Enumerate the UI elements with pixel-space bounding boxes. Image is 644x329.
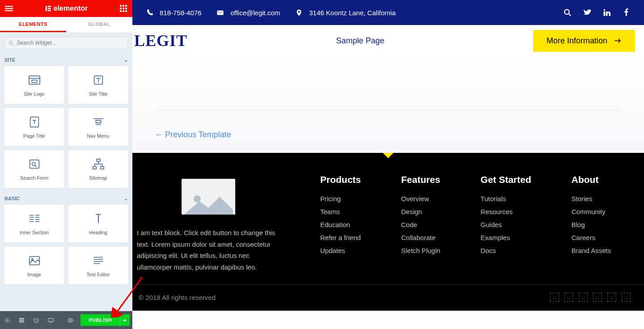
footer-link[interactable]: Careers	[572, 234, 611, 241]
hamburger-icon[interactable]	[4, 3, 14, 14]
footer-column-title: Features	[401, 174, 441, 185]
footer-link[interactable]: Collaborate	[401, 234, 441, 241]
placeholder-icon[interactable]: ⬚	[550, 293, 559, 302]
chevron-down-icon: ⌄	[124, 196, 128, 202]
widget-inner-section[interactable]: Inner Section	[4, 205, 64, 242]
widget-search-form[interactable]: Search Form	[4, 150, 64, 188]
search-icon	[8, 40, 14, 46]
tab-elements[interactable]: ELEMENTS	[0, 17, 66, 32]
panel-header: elementor	[0, 0, 132, 17]
widget-image[interactable]: Image	[4, 247, 64, 284]
map-pin-icon	[295, 9, 303, 17]
twitter-icon[interactable]	[583, 8, 591, 17]
footer-link[interactable]: Docs	[481, 247, 531, 254]
footer-link[interactable]: Brand Assets	[572, 247, 611, 254]
footer-text-block: I am text block. Click edit button to ch…	[137, 227, 280, 273]
widget-label: Heading	[89, 230, 107, 235]
linkedin-icon[interactable]	[603, 8, 611, 17]
content-area: ← Previous Template	[132, 56, 644, 153]
nav-menu-icon	[92, 115, 105, 129]
widget-label: Page Title	[23, 133, 45, 139]
widget-sitemap[interactable]: Sitemap	[68, 150, 128, 188]
widget-label: Image	[27, 272, 41, 277]
footer-link[interactable]: Code	[401, 221, 441, 228]
footer-column-title: Products	[320, 174, 361, 185]
svg-rect-2	[5, 10, 13, 11]
email-text: office@legit.com	[230, 9, 280, 17]
sitemap-icon	[92, 157, 105, 171]
placeholder-icon[interactable]: ⬚	[579, 293, 588, 302]
svg-rect-38	[19, 320, 24, 321]
apps-icon[interactable]	[118, 3, 129, 14]
footer-link[interactable]: Tutorials	[481, 195, 531, 202]
svg-rect-14	[96, 120, 101, 123]
text-editor-icon	[92, 254, 105, 267]
widget-label: Text Editor	[87, 272, 110, 277]
search-form-icon	[28, 157, 41, 171]
phone-icon	[146, 9, 153, 17]
category-basic[interactable]: BASIC ⌄	[4, 192, 128, 205]
facebook-icon[interactable]	[623, 8, 631, 17]
search-icon[interactable]	[564, 8, 572, 17]
svg-rect-11	[32, 80, 37, 83]
previous-template-link[interactable]: ← Previous Template	[155, 130, 231, 139]
svg-point-7	[9, 41, 13, 44]
phone-contact: 818-758-4076	[146, 9, 201, 17]
footer-link[interactable]: Design	[401, 208, 441, 215]
email-contact: office@legit.com	[216, 9, 280, 17]
footer-link[interactable]: Examples	[481, 234, 531, 241]
footer-link[interactable]: Blog	[572, 221, 611, 228]
address-text: 3146 Koontz Lane, California	[309, 9, 395, 17]
footer-link[interactable]: Stories	[572, 195, 611, 202]
widget-heading[interactable]: Heading	[68, 205, 128, 242]
svg-point-17	[32, 162, 35, 166]
placeholder-icon[interactable]: ⬚	[593, 293, 602, 302]
site-widgets: Site Logo Site Title Page Title Nav Menu…	[4, 66, 128, 188]
widget-text-editor[interactable]: Text Editor	[68, 247, 128, 284]
svg-rect-6	[47, 10, 51, 11]
footer-bottom: © 2018 All rights reserved ⬚ ⬚ ⬚ ⬚ ⬚ ⬚	[132, 284, 644, 311]
publish-button[interactable]: PUBLISH	[80, 314, 120, 326]
footer-column: AboutStoriesCommunityBlogCareersBrand As…	[572, 174, 611, 273]
widget-nav-menu[interactable]: Nav Menu	[68, 108, 128, 146]
footer-link[interactable]: Updates	[320, 247, 361, 254]
footer-link[interactable]: Sletch Plugin	[401, 247, 441, 254]
footer-column-title: Get Started	[481, 174, 531, 185]
footer-link[interactable]: Teams	[320, 208, 361, 215]
footer-column: Get StartedTutorialsResourcesGuidesExamp…	[481, 174, 531, 273]
widget-site-title[interactable]: Site Title	[68, 66, 128, 104]
svg-point-42	[70, 319, 72, 321]
svg-line-46	[569, 14, 571, 16]
footer-link[interactable]: Resources	[481, 208, 531, 215]
widget-page-title[interactable]: Page Title	[4, 108, 64, 146]
responsive-icon[interactable]	[46, 315, 55, 325]
preview-canvas: 818-758-4076 office@legit.com 3146 Koont…	[132, 0, 644, 329]
widget-label: Nav Menu	[87, 133, 109, 139]
footer-link[interactable]: Education	[320, 221, 361, 228]
placeholder-icon[interactable]: ⬚	[564, 293, 573, 302]
preview-icon[interactable]	[66, 315, 75, 325]
settings-icon[interactable]	[3, 315, 12, 325]
elementor-logo: elementor	[45, 4, 88, 13]
page-title-icon	[28, 115, 41, 129]
footer-link[interactable]: Community	[572, 208, 611, 215]
widget-site-logo[interactable]: Site Logo	[4, 66, 64, 104]
widget-label: Sitemap	[89, 175, 107, 181]
more-info-button[interactable]: More Information	[533, 30, 635, 52]
publish-options-button[interactable]	[120, 314, 130, 326]
footer-link[interactable]: Refer a friend	[320, 234, 361, 241]
nav-sample-page[interactable]: Sample Page	[336, 36, 384, 46]
placeholder-icon[interactable]: ⬚	[622, 293, 631, 302]
tab-global[interactable]: GLOBAL	[66, 17, 132, 32]
footer-link[interactable]: Pricing	[320, 195, 361, 202]
basic-widgets: Inner Section Heading Image Text Editor	[4, 205, 128, 284]
navigator-icon[interactable]	[17, 315, 26, 325]
search-input[interactable]	[17, 40, 124, 46]
footer-link[interactable]: Guides	[481, 221, 531, 228]
category-site[interactable]: SITE ⌄	[4, 54, 128, 66]
svg-rect-1	[5, 8, 13, 9]
placeholder-icon[interactable]: ⬚	[607, 293, 616, 302]
footer-icons: ⬚ ⬚ ⬚ ⬚ ⬚ ⬚	[550, 293, 631, 302]
footer-link[interactable]: Overview	[401, 195, 441, 202]
history-icon[interactable]	[32, 315, 41, 325]
